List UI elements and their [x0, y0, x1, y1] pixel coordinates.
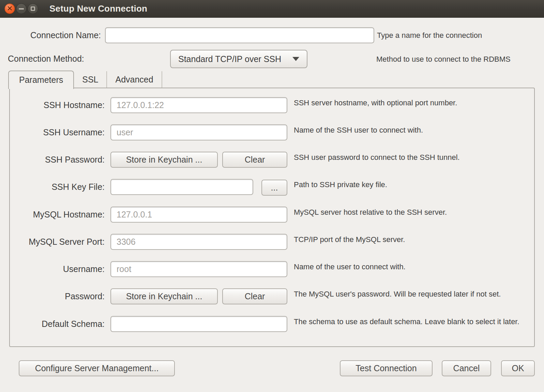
ssh-key-file-input[interactable]: [110, 179, 253, 195]
ssh-hostname-help: SSH server hostname, with optional port …: [294, 98, 524, 108]
default-schema-input[interactable]: [110, 316, 287, 332]
connection-method-help: Method to use to connect to the RDBMS: [376, 55, 511, 64]
ssh-username-help: Name of the SSH user to connect with.: [294, 125, 524, 135]
chevron-down-icon: [292, 57, 299, 61]
connection-name-input[interactable]: [105, 27, 374, 43]
connection-method-value: Standard TCP/IP over SSH: [178, 54, 281, 64]
close-button[interactable]: ✕: [4, 3, 15, 14]
connection-method-dropdown[interactable]: Standard TCP/IP over SSH: [170, 50, 307, 68]
titlebar: ✕ Setup New Connection: [0, 0, 544, 18]
mysql-hostname-row: MySQL Hostname: MySQL server host relati…: [10, 207, 534, 223]
username-input[interactable]: [110, 261, 287, 277]
ssh-username-row: SSH Username: Name of the SSH user to co…: [10, 124, 534, 140]
connection-name-help: Type a name for the connection: [377, 31, 482, 40]
close-icon: ✕: [7, 3, 13, 14]
mysql-hostname-help: MySQL server host relative to the SSH se…: [294, 208, 524, 217]
mysql-server-port-row: MySQL Server Port: TCP/IP port of the My…: [10, 234, 534, 250]
maximize-button[interactable]: [28, 3, 38, 14]
setup-new-connection-dialog: ✕ Setup New Connection Connection Name: …: [0, 0, 544, 392]
ssh-hostname-row: SSH Hostname: SSH server hostname, with …: [10, 97, 534, 113]
ssh-password-row: SSH Password: Store in Keychain ... Clea…: [10, 152, 534, 168]
mysql-server-port-label: MySQL Server Port:: [10, 234, 105, 250]
ssh-key-file-help: Path to SSH private key file.: [294, 180, 524, 190]
cancel-button[interactable]: Cancel: [442, 360, 491, 376]
mysql-server-port-input[interactable]: [110, 234, 287, 250]
mysql-hostname-label: MySQL Hostname:: [10, 207, 105, 223]
password-store-keychain-button[interactable]: Store in Keychain ...: [110, 288, 218, 304]
window-title: Setup New Connection: [49, 0, 147, 18]
password-help: The MySQL user's password. Will be reque…: [294, 289, 524, 299]
username-label: Username:: [10, 261, 105, 277]
tab-ssl[interactable]: SSL: [74, 71, 107, 88]
username-help: Name of the user to connect with.: [294, 262, 524, 272]
configure-server-management-button[interactable]: Configure Server Management...: [19, 360, 175, 376]
ssh-password-help: SSH user password to connect to the SSH …: [294, 153, 524, 162]
mysql-hostname-input[interactable]: [110, 207, 287, 223]
minimize-button[interactable]: [16, 3, 27, 14]
mysql-server-port-help: TCP/IP port of the MySQL server.: [294, 235, 524, 244]
ssh-password-label: SSH Password:: [10, 152, 105, 168]
default-schema-label: Default Schema:: [10, 316, 105, 332]
password-row: Password: Store in Keychain ... Clear Th…: [10, 288, 534, 304]
maximize-icon: [31, 6, 35, 11]
username-row: Username: Name of the user to connect wi…: [10, 261, 534, 277]
ssh-username-label: SSH Username:: [10, 124, 105, 140]
tab-advanced[interactable]: Advanced: [107, 71, 162, 88]
ssh-key-file-browse-button[interactable]: ...: [261, 180, 287, 196]
ssh-hostname-input[interactable]: [110, 97, 287, 113]
tabstrip: Parameters SSL Advanced: [8, 71, 162, 88]
ssh-username-input[interactable]: [110, 124, 287, 140]
tab-parameters[interactable]: Parameters: [8, 71, 74, 89]
minimize-icon: [19, 8, 24, 10]
default-schema-row: Default Schema: The schema to use as def…: [10, 316, 534, 332]
connection-method-label: Connection Method:: [8, 54, 84, 64]
ok-button[interactable]: OK: [501, 360, 535, 376]
connection-name-label: Connection Name:: [0, 27, 101, 43]
ssh-password-store-keychain-button[interactable]: Store in Keychain ...: [110, 152, 218, 168]
parameters-panel: SSH Hostname: SSH server hostname, with …: [9, 88, 535, 347]
ssh-password-clear-button[interactable]: Clear: [222, 152, 287, 168]
ssh-key-file-label: SSH Key File:: [10, 179, 105, 195]
password-clear-button[interactable]: Clear: [222, 288, 287, 304]
default-schema-help: The schema to use as default schema. Lea…: [294, 317, 524, 327]
ssh-hostname-label: SSH Hostname:: [10, 97, 105, 113]
ssh-key-file-row: SSH Key File: ... Path to SSH private ke…: [10, 179, 534, 195]
password-label: Password:: [10, 288, 105, 304]
test-connection-button[interactable]: Test Connection: [340, 360, 433, 376]
